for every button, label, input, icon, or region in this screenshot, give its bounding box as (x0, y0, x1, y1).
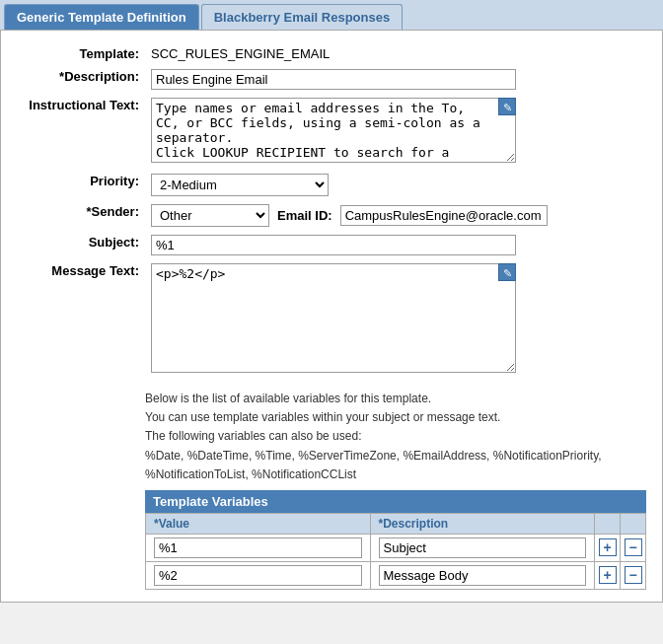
message-textarea[interactable]: <p>%2</p> (151, 263, 516, 373)
sender-select[interactable]: Other (151, 204, 269, 227)
form-table: Template: SCC_RULES_ENGINE_EMAIL *Descri… (17, 42, 646, 380)
info-line4: %Date, %DateTime, %Time, %ServerTimeZone… (145, 447, 646, 465)
instructional-textarea[interactable]: Type names or email addresses in the To,… (151, 98, 516, 163)
message-label: Message Text: (17, 259, 145, 380)
instructional-wrapper: Type names or email addresses in the To,… (151, 98, 640, 166)
email-id-input[interactable] (340, 205, 548, 226)
vars-row: + − (146, 534, 646, 561)
tab-generic[interactable]: Generic Template Definition (4, 4, 199, 30)
description-input[interactable] (151, 69, 516, 90)
message-edit-icon[interactable]: ✎ (498, 263, 516, 281)
sender-row: *Sender: Other Email ID: (17, 200, 646, 231)
template-value: SCC_RULES_ENGINE_EMAIL (151, 46, 330, 61)
instructional-label: Instructional Text: (17, 94, 145, 170)
remove-row-button[interactable]: − (625, 538, 642, 556)
vars-row: + − (146, 561, 646, 589)
info-text: Below is the list of available variables… (145, 390, 646, 484)
add-row-button[interactable]: + (599, 566, 617, 584)
info-line3: The following variables can also be used… (145, 427, 646, 446)
instructional-row: Instructional Text: Type names or email … (17, 94, 646, 170)
template-vars-header: Template Variables (145, 490, 646, 513)
col-description-header: *Description (370, 513, 595, 534)
vars-table: *Value *Description + − + − (145, 513, 646, 590)
main-content: Template: SCC_RULES_ENGINE_EMAIL *Descri… (0, 30, 663, 603)
template-row: Template: SCC_RULES_ENGINE_EMAIL (17, 42, 646, 65)
priority-row: Priority: 2-Medium (17, 170, 646, 200)
tabs-bar: Generic Template Definition Blackberry E… (0, 0, 663, 30)
description-row: *Description: (17, 65, 646, 94)
col-value-header: *Value (146, 513, 371, 534)
instructional-edit-icon[interactable]: ✎ (498, 98, 516, 115)
var-description-input[interactable] (379, 537, 587, 558)
col-add-header (595, 513, 621, 534)
priority-select[interactable]: 2-Medium (151, 174, 329, 196)
var-description-input[interactable] (379, 565, 587, 586)
tab-blackberry[interactable]: Blackberry Email Responses (201, 4, 403, 30)
var-value-input[interactable] (154, 537, 362, 558)
var-value-input[interactable] (154, 565, 362, 586)
subject-row: Subject: (17, 231, 646, 259)
sender-row-inner: Other Email ID: (151, 204, 640, 227)
template-label: Template: (17, 42, 145, 65)
description-label: *Description: (17, 65, 145, 94)
col-remove-header (621, 513, 646, 534)
vars-header-row: *Value *Description (146, 513, 646, 534)
subject-label: Subject: (17, 231, 145, 259)
info-line2: You can use template variables within yo… (145, 408, 646, 427)
email-id-label: Email ID: (277, 208, 332, 223)
info-line1: Below is the list of available variables… (145, 390, 646, 408)
sender-label: *Sender: (17, 200, 145, 231)
remove-row-button[interactable]: − (625, 566, 642, 584)
priority-label: Priority: (17, 170, 145, 200)
template-vars-section: Template Variables *Value *Description +… (145, 490, 646, 590)
message-row: Message Text: <p>%2</p> ✎ (17, 259, 646, 380)
add-row-button[interactable]: + (599, 538, 617, 556)
subject-input[interactable] (151, 235, 516, 255)
info-line5: %NotificationToList, %NotificationCCList (145, 465, 646, 484)
